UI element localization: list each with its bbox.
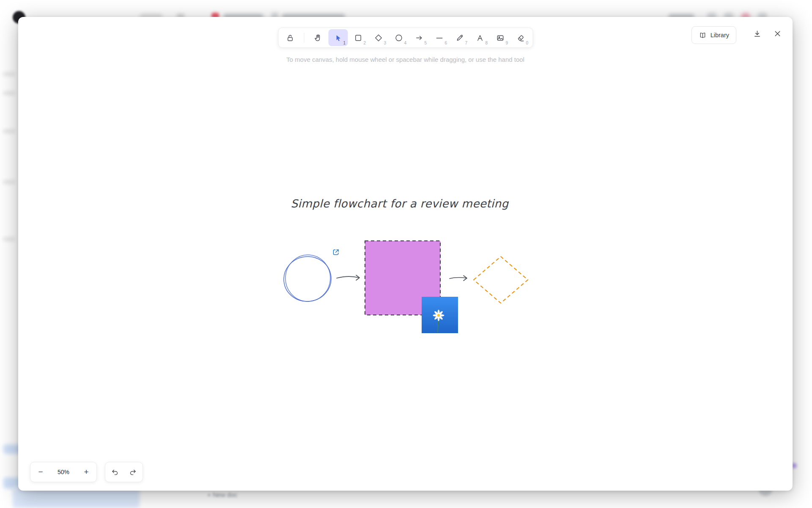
external-link-icon[interactable] <box>333 250 338 255</box>
blurred-sidebar-item-3 <box>3 129 15 133</box>
flowchart-diamond[interactable] <box>474 257 528 303</box>
flowchart-arrow-2[interactable] <box>450 276 467 281</box>
daisy-image[interactable] <box>422 297 458 333</box>
redo-icon <box>129 468 137 476</box>
undo-icon <box>111 468 119 476</box>
blurred-sidebar-item-5 <box>3 237 15 241</box>
zoom-controls: − 50% + <box>30 462 97 482</box>
zoom-in-button[interactable]: + <box>76 463 96 481</box>
zoom-out-button[interactable]: − <box>30 463 51 481</box>
blurred-sidebar-item-4 <box>3 180 15 184</box>
whiteboard-canvas[interactable] <box>18 17 793 491</box>
new-doc-button: + New doc <box>207 491 237 498</box>
blurred-sidebar-item-1 <box>3 72 15 76</box>
whiteboard-modal[interactable]: 1 2 3 4 5 <box>18 17 793 491</box>
undo-button[interactable] <box>106 463 124 481</box>
zoom-level[interactable]: 50% <box>51 469 76 475</box>
history-controls <box>105 462 143 482</box>
blurred-sidebar-item-2 <box>3 91 15 95</box>
redo-button[interactable] <box>124 463 142 481</box>
flowchart-ellipse[interactable] <box>281 253 334 304</box>
flowchart-arrow-1[interactable] <box>337 275 359 280</box>
